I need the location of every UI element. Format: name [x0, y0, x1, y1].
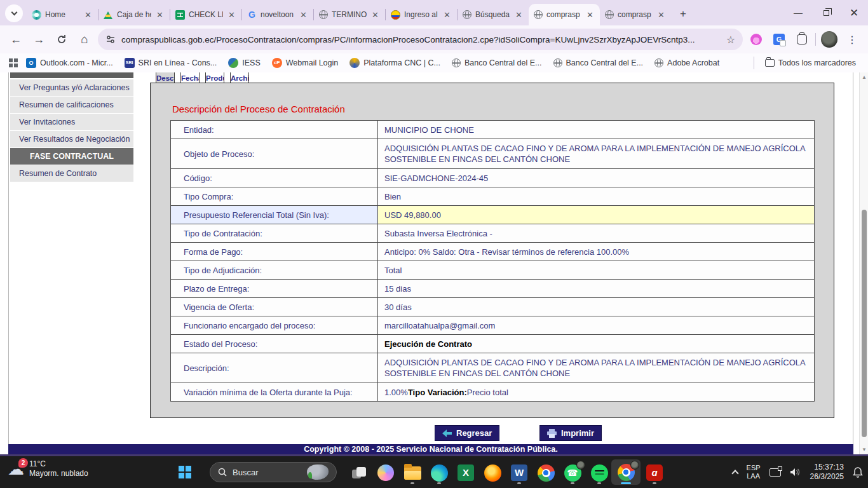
translate-button[interactable]: G [770, 30, 789, 49]
browser-tab[interactable]: Caja de he ✕ [98, 4, 170, 25]
tab-close-button[interactable]: ✕ [442, 10, 452, 20]
regresar-button[interactable]: Regresar [435, 425, 499, 441]
profile-button[interactable] [820, 30, 839, 49]
sidebar-item-negociacion[interactable]: Ver Resultados de Negociación [10, 131, 133, 147]
address-bar[interactable]: compraspublicas.gob.ec/ProcesoContrataci… [98, 29, 743, 50]
home-button[interactable]: ⌂ [75, 30, 94, 49]
browser-tab[interactable]: Búsqueda ✕ [458, 4, 529, 25]
spotify-button[interactable] [589, 463, 609, 483]
regresar-label: Regresar [456, 428, 492, 438]
site-settings-icon [105, 34, 116, 44]
search-highlight-image [307, 464, 329, 480]
chrome-active-button[interactable] [611, 459, 641, 485]
bookmark-item[interactable]: Banco Central del E... [446, 58, 548, 67]
close-button[interactable]: ✕ [840, 0, 868, 25]
bookmark-item[interactable]: SRI SRI en Línea - Cons... [119, 58, 223, 68]
tab-fechas[interactable]: Fechas [180, 72, 200, 83]
chrome-button[interactable] [536, 463, 556, 483]
bookmark-star-icon[interactable]: ☆ [726, 34, 735, 46]
tab-close-button[interactable]: ✕ [585, 10, 595, 20]
bookmark-item[interactable]: Banco Central del E... [548, 58, 649, 67]
firefox-button[interactable] [482, 463, 503, 483]
browser-tab-active[interactable]: comprasp ✕ [529, 4, 600, 25]
tab-close-button[interactable]: ✕ [83, 10, 93, 20]
weather-widget[interactable]: ☁2 11°C Mayorm. nublado [8, 459, 88, 478]
pink-extension-button[interactable] [747, 30, 766, 49]
scroll-up-arrow[interactable]: ▲ [860, 74, 868, 80]
field-value: Anticipo: 0% Saldo: Otra - Revisar térmi… [377, 243, 814, 261]
tab-close-button[interactable]: ✕ [227, 10, 236, 20]
forward-button[interactable]: → [29, 30, 48, 49]
edge-button[interactable] [429, 463, 449, 483]
copilot-button[interactable] [376, 463, 396, 483]
whatsapp-button[interactable]: ☎ [562, 463, 583, 483]
browser-tab[interactable]: G noveltoon ✕ [242, 4, 313, 25]
scroll-down-arrow[interactable]: ▼ [860, 447, 868, 452]
minimize-button[interactable]: — [784, 0, 812, 25]
network-icon[interactable] [770, 468, 781, 477]
taskbar-search[interactable]: Buscar [210, 462, 337, 482]
sidebar-item-preguntas[interactable]: Ver Preguntas y/ó Aclaraciones [10, 79, 133, 96]
back-button[interactable]: ← [6, 30, 25, 49]
scrollbar-thumb[interactable] [862, 210, 867, 437]
bookmark-item[interactable]: IESS [222, 58, 266, 68]
bookmark-item[interactable]: Adobe Acrobat [649, 58, 725, 67]
tab-close-button[interactable]: ✕ [370, 10, 380, 20]
side-panel-button[interactable] [792, 30, 811, 49]
tab-search-button[interactable] [5, 4, 23, 22]
new-tab-button[interactable]: + [675, 6, 691, 22]
language-indicator[interactable]: ESP LAA [747, 464, 761, 480]
tab-title: TERMINO [332, 10, 367, 19]
word-button[interactable]: W [509, 463, 529, 483]
tab-archivos[interactable]: Archivos [230, 72, 249, 83]
notifications-bell-icon[interactable] [853, 467, 863, 478]
sidebar-item-resumen-contrato[interactable]: Resumen de Contrato [10, 165, 133, 182]
bookmark-label: Plataforma CNC | C... [363, 58, 440, 67]
browser-tab[interactable]: CHECK LIS ✕ [170, 4, 241, 25]
tab-close-button[interactable]: ✕ [299, 10, 308, 20]
field-label: Tipo de Adjudicación: [171, 261, 377, 279]
bookmark-item[interactable]: cP Webmail Login [266, 58, 344, 68]
bookmark-item[interactable]: O Outlook.com - Micr... [20, 58, 119, 68]
acrobat-button[interactable]: ɑ [644, 463, 665, 483]
field-label: Tipo Compra: [171, 187, 377, 205]
field-label: Tipo de Contratación: [171, 224, 377, 242]
tab-title: Ingreso al [404, 10, 438, 19]
tab-close-button[interactable]: ✕ [155, 10, 165, 20]
tray-overflow-chevron[interactable] [731, 470, 738, 477]
clock-widget[interactable]: 15:37:13 26/3/2025 [810, 463, 844, 482]
file-explorer-button[interactable] [402, 463, 423, 483]
browser-tab[interactable]: Home ✕ [27, 4, 98, 25]
tab-descripcion[interactable]: Descripción [156, 72, 175, 83]
tab-productos[interactable]: Productos [205, 72, 224, 83]
page-scrollbar[interactable]: ▲ ▼ [859, 72, 868, 454]
tab-close-button[interactable]: ✕ [656, 10, 666, 20]
reload-button[interactable] [52, 30, 71, 49]
browser-tab[interactable]: Ingreso al ✕ [386, 4, 457, 25]
browser-menu-button[interactable]: ⋮ [843, 30, 862, 49]
imprimir-button[interactable]: Imprimir [539, 425, 602, 441]
task-view-button[interactable] [349, 463, 369, 483]
restore-button[interactable] [812, 0, 840, 25]
file-explorer-icon [404, 466, 421, 480]
excel-button[interactable]: X [456, 463, 476, 483]
field-value: Subasta Inversa Electrónica - [377, 224, 814, 242]
browser-tab[interactable]: comprasp ✕ [600, 4, 671, 25]
globe-icon [452, 58, 461, 67]
profile-avatar [821, 31, 837, 48]
bookmark-item[interactable]: Plataforma CNC | C... [344, 58, 446, 68]
tab-close-button[interactable]: ✕ [514, 10, 524, 20]
web-page: Ver Preguntas y/ó Aclaraciones Resumen d… [0, 72, 868, 456]
sidebar-item-calificaciones[interactable]: Resumen de calificaciones [10, 97, 133, 113]
field-label: Estado del Proceso: [171, 335, 377, 353]
browser-tab[interactable]: TERMINO ✕ [314, 4, 385, 25]
start-button[interactable] [179, 466, 191, 478]
all-bookmarks-button[interactable]: Todos los marcadores [759, 58, 862, 67]
apps-grid-icon[interactable] [9, 58, 18, 67]
field-label: Objeto de Proceso: [171, 139, 377, 168]
tab-label: Descripción [156, 74, 174, 82]
home-site-icon [32, 10, 41, 20]
outlook-icon: O [26, 58, 36, 68]
volume-icon[interactable] [790, 467, 801, 477]
sidebar-item-invitaciones[interactable]: Ver Invitaciones [10, 114, 133, 130]
